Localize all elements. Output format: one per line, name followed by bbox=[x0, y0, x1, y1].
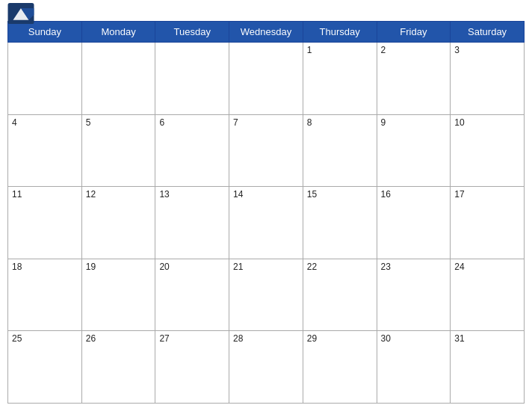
calendar-day: 9 bbox=[377, 114, 451, 187]
calendar-day bbox=[81, 43, 155, 115]
calendar-day: 19 bbox=[81, 259, 155, 331]
logo bbox=[7, 3, 34, 25]
weekday-thursday: Thursday bbox=[303, 22, 377, 43]
calendar-day: 15 bbox=[303, 187, 377, 259]
day-number: 8 bbox=[307, 117, 312, 128]
day-number: 12 bbox=[86, 189, 96, 200]
calendar-day: 31 bbox=[451, 331, 525, 404]
weekday-header-row: SundayMondayTuesdayWednesdayThursdayFrid… bbox=[8, 22, 525, 43]
day-number: 25 bbox=[12, 333, 22, 344]
calendar-day: 12 bbox=[81, 187, 155, 259]
day-number: 1 bbox=[307, 45, 312, 55]
calendar-day bbox=[8, 43, 82, 115]
calendar-day: 16 bbox=[377, 187, 451, 259]
weekday-saturday: Saturday bbox=[451, 22, 525, 43]
weekday-monday: Monday bbox=[81, 22, 155, 43]
calendar-day: 11 bbox=[8, 187, 82, 259]
calendar-day: 24 bbox=[451, 259, 525, 331]
calendar-day: 14 bbox=[229, 187, 303, 259]
weekday-sunday: Sunday bbox=[8, 22, 82, 43]
calendar-day: 2 bbox=[377, 43, 451, 115]
weekday-friday: Friday bbox=[377, 22, 451, 43]
calendar-day: 3 bbox=[451, 43, 525, 115]
calendar-table: SundayMondayTuesdayWednesdayThursdayFrid… bbox=[7, 21, 525, 404]
calendar-day: 30 bbox=[377, 331, 451, 404]
calendar-week-1: 123 bbox=[8, 43, 525, 115]
calendar-day bbox=[229, 43, 303, 115]
calendar-day: 25 bbox=[8, 331, 82, 404]
day-number: 10 bbox=[454, 117, 464, 128]
day-number: 30 bbox=[381, 333, 391, 344]
day-number: 18 bbox=[12, 262, 22, 272]
day-number: 27 bbox=[159, 333, 169, 344]
day-number: 15 bbox=[307, 189, 317, 200]
day-number: 7 bbox=[233, 117, 238, 128]
calendar-week-2: 45678910 bbox=[8, 114, 525, 187]
calendar-day: 18 bbox=[8, 259, 82, 331]
weekday-tuesday: Tuesday bbox=[155, 22, 229, 43]
day-number: 6 bbox=[159, 117, 164, 128]
calendar-day: 22 bbox=[303, 259, 377, 331]
calendar-day: 29 bbox=[303, 331, 377, 404]
calendar-day: 10 bbox=[451, 114, 525, 187]
calendar-day: 17 bbox=[451, 187, 525, 259]
day-number: 9 bbox=[381, 117, 386, 128]
day-number: 21 bbox=[233, 262, 243, 272]
calendar-day: 8 bbox=[303, 114, 377, 187]
day-number: 20 bbox=[159, 262, 169, 272]
calendar-day: 13 bbox=[155, 187, 229, 259]
calendar-day: 20 bbox=[155, 259, 229, 331]
day-number: 2 bbox=[381, 45, 386, 55]
day-number: 5 bbox=[86, 117, 91, 128]
calendar-day: 4 bbox=[8, 114, 82, 187]
day-number: 11 bbox=[12, 189, 22, 200]
calendar-day: 6 bbox=[155, 114, 229, 187]
calendar-day bbox=[155, 43, 229, 115]
day-number: 19 bbox=[86, 262, 96, 272]
day-number: 17 bbox=[454, 189, 464, 200]
day-number: 31 bbox=[454, 333, 464, 344]
calendar-day: 5 bbox=[81, 114, 155, 187]
weekday-wednesday: Wednesday bbox=[229, 22, 303, 43]
day-number: 14 bbox=[233, 189, 243, 200]
calendar-day: 26 bbox=[81, 331, 155, 404]
day-number: 4 bbox=[12, 117, 17, 128]
calendar-day: 23 bbox=[377, 259, 451, 331]
calendar-week-5: 25262728293031 bbox=[8, 331, 525, 404]
day-number: 3 bbox=[454, 45, 460, 55]
calendar-day: 27 bbox=[155, 331, 229, 404]
day-number: 26 bbox=[86, 333, 96, 344]
day-number: 24 bbox=[454, 262, 464, 272]
calendar-week-3: 11121314151617 bbox=[8, 187, 525, 259]
day-number: 16 bbox=[381, 189, 391, 200]
calendar-header bbox=[7, 7, 525, 16]
day-number: 29 bbox=[307, 333, 317, 344]
calendar-day: 21 bbox=[229, 259, 303, 331]
day-number: 13 bbox=[159, 189, 169, 200]
calendar-day: 1 bbox=[303, 43, 377, 115]
day-number: 28 bbox=[233, 333, 243, 344]
calendar-day: 7 bbox=[229, 114, 303, 187]
day-number: 23 bbox=[381, 262, 391, 272]
day-number: 22 bbox=[307, 262, 317, 272]
calendar-week-4: 18192021222324 bbox=[8, 259, 525, 331]
calendar-day: 28 bbox=[229, 331, 303, 404]
